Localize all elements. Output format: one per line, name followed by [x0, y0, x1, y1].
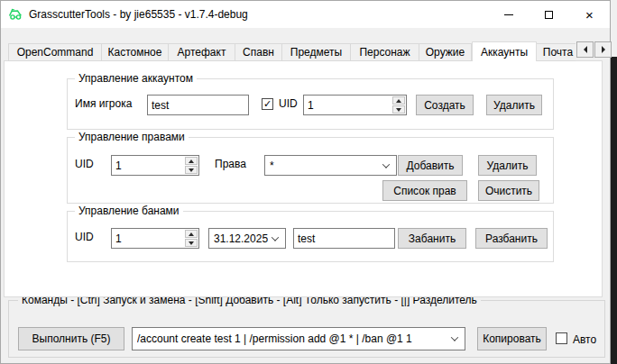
- accounts-tab-page: Управление аккаунтом Имя игрока ✓ UID Со…: [4, 60, 603, 297]
- tab-scroll-right-button[interactable]: [594, 41, 612, 58]
- auto-checkbox[interactable]: [556, 332, 567, 344]
- tab-kastomnoe[interactable]: Кастомное: [102, 43, 169, 61]
- run-command-button[interactable]: Выполнить (F5): [18, 327, 124, 350]
- window-controls: ×: [488, 1, 610, 28]
- player-name-input[interactable]: [147, 95, 249, 115]
- arrow-right-icon: [602, 46, 605, 53]
- clear-permissions-button[interactable]: Очистить: [478, 180, 539, 201]
- tab-bar: OpenCommand Кастомное Артефакт Спавн Пре…: [8, 41, 576, 61]
- tab-akkaunty[interactable]: Аккаунты: [472, 41, 537, 61]
- close-button[interactable]: ×: [569, 1, 610, 28]
- check-icon: ✓: [263, 99, 272, 109]
- uid-checkbox-label: UID: [279, 97, 298, 110]
- arrow-down-icon: [396, 108, 401, 112]
- perm-uid-label: UID: [75, 158, 94, 170]
- uid-checkbox[interactable]: ✓: [262, 98, 273, 110]
- permission-management-group: Управление правами UID Права * Добавить …: [67, 137, 554, 204]
- arrow-down-icon: [189, 241, 194, 245]
- ban-uid-label: UID: [75, 231, 94, 243]
- tab-label: Спавн: [243, 46, 274, 59]
- perm-label: Права: [215, 158, 246, 170]
- create-account-button[interactable]: Создать: [416, 95, 474, 115]
- app-logo-icon: [8, 7, 23, 22]
- tab-label: OpenCommand: [17, 46, 94, 59]
- group-title: Управление банами: [75, 205, 183, 217]
- add-permission-button[interactable]: Добавить: [398, 155, 463, 176]
- tab-pochta[interactable]: Почта: [537, 43, 576, 61]
- window-title: GrasscutterTools - by jie65535 - v1.7.4-…: [29, 8, 248, 21]
- arrow-left-icon: [584, 46, 587, 53]
- tab-label: Аккаунты: [481, 46, 528, 59]
- delete-account-button[interactable]: Удалить: [486, 95, 542, 115]
- account-uid-input[interactable]: [304, 96, 391, 114]
- permission-combobox[interactable]: *: [264, 155, 397, 176]
- commands-group: Команды - [Ctrl] Запуск и замена - [Shif…: [8, 300, 605, 358]
- tab-label: Кастомное: [108, 46, 162, 59]
- permission-list-button[interactable]: Список прав: [382, 180, 467, 201]
- permission-value: *: [270, 159, 274, 172]
- arrow-up-icon: [189, 159, 194, 163]
- tab-spavn[interactable]: Спавн: [235, 43, 282, 61]
- tab-label: Оружие: [426, 46, 465, 59]
- ban-uid-input[interactable]: [112, 229, 184, 248]
- close-icon: ×: [585, 8, 594, 22]
- player-name-label: Имя игрока: [75, 97, 132, 110]
- ban-button[interactable]: Забанить: [398, 228, 466, 249]
- spin-up-button[interactable]: [185, 157, 198, 165]
- tab-label: Персонаж: [359, 46, 410, 59]
- desktop-background: [611, 57, 617, 364]
- arrow-up-icon: [189, 232, 194, 236]
- perm-uid-input[interactable]: [112, 156, 184, 175]
- minimize-button[interactable]: [488, 1, 529, 28]
- ban-date-picker[interactable]: 31.12.2025: [208, 228, 286, 249]
- app-window: GrasscutterTools - by jie65535 - v1.7.4-…: [0, 0, 611, 364]
- tab-artefakt[interactable]: Артефакт: [169, 43, 235, 61]
- account-uid-spinner[interactable]: [303, 95, 407, 115]
- title-bar: GrasscutterTools - by jie65535 - v1.7.4-…: [1, 1, 610, 28]
- tab-predmety[interactable]: Предметы: [282, 43, 351, 61]
- chevron-down-icon: [272, 233, 279, 241]
- ban-management-group: Управление банами UID 31.12.2025 Забанит…: [67, 211, 554, 262]
- tab-label: Артефакт: [178, 46, 226, 59]
- account-management-group: Управление аккаунтом Имя игрока ✓ UID Со…: [67, 78, 554, 130]
- maximize-icon: [545, 11, 553, 19]
- tab-opencommand[interactable]: OpenCommand: [8, 43, 102, 61]
- spin-down-button[interactable]: [392, 105, 405, 114]
- command-combobox[interactable]: /account create test 1 | /permission add…: [132, 327, 465, 350]
- spinner-buttons: [391, 96, 406, 114]
- remove-permission-button[interactable]: Удалить: [478, 155, 537, 176]
- tab-scroll-buttons: [576, 41, 612, 58]
- ban-date-value: 31.12.2025: [214, 232, 268, 245]
- spin-down-button[interactable]: [185, 166, 198, 174]
- command-value: /account create test 1 | /permission add…: [137, 332, 412, 345]
- unban-button[interactable]: Разбанить: [475, 228, 548, 249]
- spinner-buttons: [184, 229, 198, 248]
- tab-label: Почта: [543, 46, 573, 59]
- tab-label: Предметы: [290, 46, 342, 59]
- minimize-icon: [504, 14, 513, 15]
- spin-up-button[interactable]: [185, 230, 198, 238]
- spin-up-button[interactable]: [392, 96, 405, 105]
- tab-oruzhie[interactable]: Оружие: [419, 43, 472, 61]
- copy-command-button[interactable]: Копировать: [477, 327, 547, 350]
- ban-reason-input[interactable]: [293, 228, 395, 249]
- auto-checkbox-label: Авто: [573, 333, 596, 346]
- perm-uid-spinner[interactable]: [111, 155, 199, 176]
- spinner-buttons: [184, 156, 198, 175]
- group-title: Управление аккаунтом: [75, 72, 197, 85]
- ban-uid-spinner[interactable]: [111, 228, 199, 249]
- chevron-down-icon: [451, 333, 458, 341]
- maximize-button[interactable]: [529, 1, 569, 28]
- tab-personazh[interactable]: Персонаж: [351, 43, 419, 61]
- group-title: Управление правами: [75, 131, 189, 143]
- tab-scroll-left-button[interactable]: [576, 41, 594, 58]
- spin-down-button[interactable]: [185, 239, 198, 247]
- chevron-down-icon: [382, 160, 390, 168]
- arrow-down-icon: [189, 168, 194, 172]
- arrow-up-icon: [396, 99, 401, 103]
